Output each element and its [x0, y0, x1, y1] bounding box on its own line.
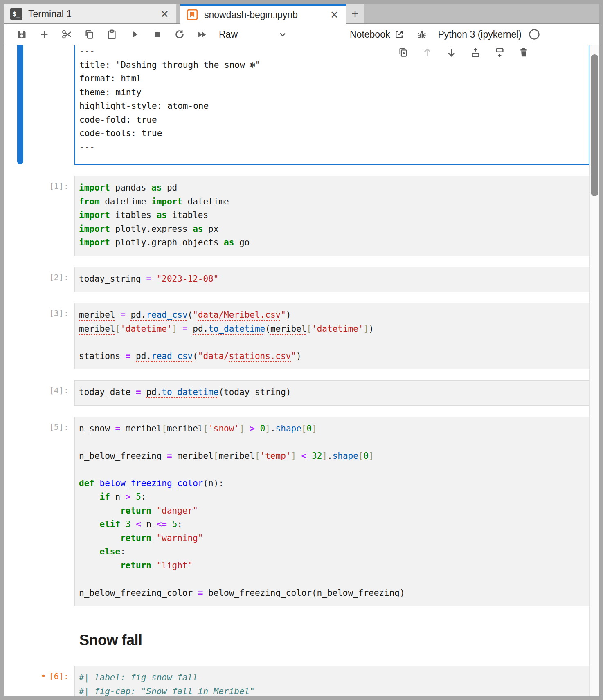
dock-tab-bar: $_ Terminal 1 ✕ snowdash-begin.ipynb ✕ + [4, 4, 599, 24]
cell-editor[interactable]: today_string = "2023-12-08" [74, 267, 590, 292]
code-line: code-tools: true [79, 127, 585, 141]
code-line [79, 572, 585, 586]
code-line: import plotly.express as px [79, 222, 585, 236]
code-line: meribel = pd.read_csv("data/Meribel.csv"… [79, 308, 585, 322]
cell-prompt: •[6]: [4, 666, 74, 696]
code-line: return "danger" [79, 504, 585, 518]
delete-cell-icon[interactable] [518, 47, 529, 58]
code-cell: [1]:import pandas as pdfrom datetime imp… [4, 176, 590, 256]
cell-prompt [4, 45, 74, 165]
move-cell-up-icon[interactable] [422, 47, 433, 58]
markdown-cell: Snow fall [4, 617, 590, 655]
code-line: #| fig-cap: "Snow fall in Meribel" [79, 685, 585, 697]
close-icon[interactable]: ✕ [328, 10, 340, 20]
code-cell: [3]:meribel = pd.read_csv("data/Meribel.… [4, 303, 590, 369]
kernel-indicator[interactable]: Python 3 (ipykernel) [438, 28, 540, 40]
cell-editor[interactable]: n_snow = meribel[meribel['snow'] > 0].sh… [74, 417, 590, 606]
tab-snowdash-notebook[interactable]: snowdash-begin.ipynb ✕ [180, 4, 346, 24]
notebook-panel: ---title: "Dashing through the snow ❄"fo… [4, 45, 599, 696]
debugger-bug-icon[interactable] [416, 29, 427, 40]
code-line: --- [79, 141, 585, 155]
code-cell: [4]:today_date = pd.to_datetime(today_st… [4, 380, 590, 406]
code-line: today_date = pd.to_datetime(today_string… [79, 386, 585, 399]
cell-type-value: Raw [219, 29, 238, 40]
duplicate-cell-icon[interactable] [398, 47, 409, 58]
notebook-label: Notebook [350, 29, 390, 40]
insert-cell-button[interactable] [33, 25, 56, 43]
cell-editor[interactable]: meribel = pd.read_csv("data/Meribel.csv"… [74, 303, 590, 369]
tab-terminal-1[interactable]: $_ Terminal 1 ✕ [4, 4, 177, 23]
jupyterlab-window: $_ Terminal 1 ✕ snowdash-begin.ipynb ✕ + [4, 4, 599, 696]
notebook-toolbar: Raw Notebook Python 3 (i [4, 24, 599, 45]
cell-prompt: [4]: [4, 380, 74, 406]
code-line: from datetime import datetime [79, 195, 585, 209]
close-icon[interactable]: ✕ [159, 9, 171, 19]
cell-collapser[interactable] [17, 45, 23, 164]
code-line [79, 435, 585, 449]
scrollbar-thumb[interactable] [591, 54, 598, 196]
section-heading: Snow fall [79, 632, 585, 649]
code-line: import plotly.graph_objects as go [79, 236, 585, 250]
code-line: import pandas as pd [79, 181, 585, 195]
code-line: import itables as itables [79, 209, 585, 222]
restart-run-all-button[interactable] [191, 25, 213, 43]
code-line: code-fold: true [79, 113, 585, 127]
code-cell: [2]:today_string = "2023-12-08" [4, 267, 590, 292]
tab-label: snowdash-begin.ipynb [204, 9, 323, 20]
raw-cell: ---title: "Dashing through the snow ❄"fo… [4, 45, 590, 165]
tab-label: Terminal 1 [28, 9, 153, 20]
cell-editor[interactable]: #| label: fig-snow-fall#| fig-cap: "Snow… [74, 666, 590, 696]
cell-editor[interactable]: today_date = pd.to_datetime(today_string… [74, 380, 590, 406]
code-line: elif 3 < n <= 5: [79, 518, 585, 532]
chevron-down-icon [278, 29, 288, 39]
modified-dot: • [41, 671, 46, 681]
copy-cells-button[interactable] [78, 25, 101, 43]
code-line: #| label: fig-snow-fall [79, 671, 585, 685]
code-line: highlight-style: atom-one [79, 99, 585, 113]
cell-prompt: [5]: [4, 417, 74, 606]
terminal-icon: $_ [10, 8, 22, 20]
cell-prompt: [1]: [4, 176, 74, 256]
run-cell-button[interactable] [123, 25, 146, 43]
code-line: theme: minty [79, 86, 585, 100]
cell-list: ---title: "Dashing through the snow ❄"fo… [4, 45, 590, 696]
code-line: n_below_freezing_color = below_freezing_… [79, 586, 585, 600]
interrupt-kernel-button[interactable] [146, 25, 168, 43]
cell-prompt [4, 617, 74, 655]
save-button[interactable] [11, 25, 33, 43]
code-line [79, 463, 585, 477]
cell-prompt: [2]: [4, 267, 74, 292]
code-line: meribel['datetime'] = pd.to_datetime(mer… [79, 322, 585, 336]
code-line: format: html [79, 72, 585, 86]
restart-kernel-button[interactable] [168, 25, 191, 43]
paste-cells-button[interactable] [101, 25, 123, 43]
code-line: n_snow = meribel[meribel['snow'] > 0].sh… [79, 422, 585, 436]
cut-cells-button[interactable] [56, 25, 78, 43]
cell-editor[interactable]: import pandas as pdfrom datetime import … [74, 176, 590, 256]
insert-cell-above-icon[interactable] [470, 47, 481, 58]
cell-toolbar [398, 45, 529, 61]
new-tab-button[interactable]: + [346, 4, 364, 23]
external-link-icon [394, 29, 404, 40]
notebook-icon [186, 9, 198, 21]
toolbar-right-group: Notebook Python 3 (ipykernel) [350, 28, 540, 40]
cell-type-dropdown[interactable]: Raw [219, 29, 288, 40]
markdown-body[interactable]: Snow fall [74, 617, 590, 655]
code-line: return "warning" [79, 532, 585, 545]
notebook-mode-indicator[interactable]: Notebook [350, 29, 404, 40]
code-line: stations = pd.read_csv("data/stations.cs… [79, 350, 585, 363]
code-line: n_below_freezing = meribel[meribel['temp… [79, 449, 585, 463]
cell-editor[interactable]: ---title: "Dashing through the snow ❄"fo… [74, 45, 590, 165]
code-line: return "light" [79, 559, 585, 573]
code-line [79, 336, 585, 350]
code-line: else: [79, 545, 585, 559]
code-cell: [5]:n_snow = meribel[meribel['snow'] > 0… [4, 417, 590, 606]
insert-cell-below-icon[interactable] [494, 47, 505, 58]
kernel-idle-circle-icon [528, 28, 540, 40]
vertical-scrollbar[interactable] [590, 45, 599, 696]
code-cell: •[6]:#| label: fig-snow-fall#| fig-cap: … [4, 666, 590, 696]
move-cell-down-icon[interactable] [446, 47, 457, 58]
code-line: if n > 5: [79, 490, 585, 504]
code-line: def below_freezing_color(n): [79, 477, 585, 491]
code-line: today_string = "2023-12-08" [79, 272, 585, 286]
